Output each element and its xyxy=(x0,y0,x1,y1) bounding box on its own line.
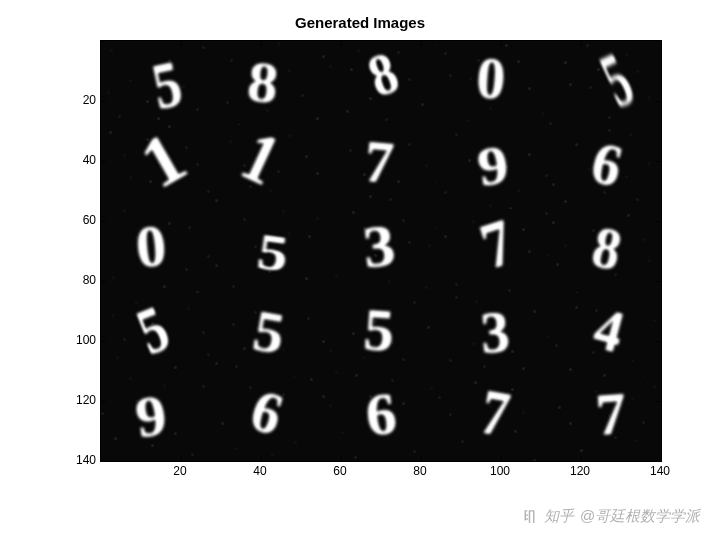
zhihu-icon xyxy=(521,508,538,525)
digit-glyph: 1 xyxy=(232,125,290,197)
digit-cell: 9 xyxy=(437,125,549,209)
x-tick-label: 140 xyxy=(650,464,670,478)
image-plot: 5880511796053785553496677 xyxy=(101,41,661,461)
digit-cell: 5 xyxy=(325,293,437,377)
plot-title: Generated Images xyxy=(0,14,720,31)
digit-glyph: 8 xyxy=(588,216,627,280)
y-tick-label: 120 xyxy=(56,393,96,407)
digit-cell: 1 xyxy=(213,125,325,209)
digit-grid: 5880511796053785553496677 xyxy=(101,41,661,461)
x-tick-label: 40 xyxy=(253,464,266,478)
digit-cell: 7 xyxy=(437,209,549,293)
watermark: 知乎 @哥廷根数学学派 xyxy=(521,507,700,526)
x-tick-label: 80 xyxy=(413,464,426,478)
digit-cell: 0 xyxy=(437,41,549,125)
digit-glyph: 7 xyxy=(594,383,628,445)
digit-glyph: 3 xyxy=(360,215,398,278)
digit-cell: 5 xyxy=(213,293,325,377)
y-tick-label: 140 xyxy=(56,453,96,467)
digit-cell: 8 xyxy=(325,41,437,125)
digit-cell: 7 xyxy=(437,377,549,461)
digit-cell: 5 xyxy=(213,209,325,293)
y-tick-label: 40 xyxy=(56,153,96,167)
digit-cell: 9 xyxy=(101,377,213,461)
digit-glyph: 6 xyxy=(244,379,290,445)
digit-glyph: 4 xyxy=(588,298,630,363)
digit-glyph: 0 xyxy=(475,47,508,109)
digit-cell: 6 xyxy=(549,125,661,209)
digit-cell: 5 xyxy=(101,293,213,377)
figure: Generated Images 58805117960537855534966… xyxy=(0,0,720,540)
x-tick-label: 20 xyxy=(173,464,186,478)
digit-cell: 7 xyxy=(549,377,661,461)
digit-cell: 6 xyxy=(325,377,437,461)
digit-glyph: 0 xyxy=(133,215,168,277)
y-tick-label: 100 xyxy=(56,333,96,347)
x-tick-label: 60 xyxy=(333,464,346,478)
watermark-text: @哥廷根数学学派 xyxy=(580,507,700,526)
digit-glyph: 8 xyxy=(361,41,405,106)
digit-glyph: 8 xyxy=(245,52,281,112)
digit-cell: 8 xyxy=(549,209,661,293)
digit-glyph: 1 xyxy=(129,125,196,200)
digit-cell: 8 xyxy=(213,41,325,125)
x-tick-label: 120 xyxy=(570,464,590,478)
digit-cell: 0 xyxy=(101,209,213,293)
digit-cell: 3 xyxy=(437,293,549,377)
y-tick-label: 60 xyxy=(56,213,96,227)
digit-cell: 4 xyxy=(549,293,661,377)
x-tick-label: 100 xyxy=(490,464,510,478)
digit-glyph: 5 xyxy=(249,301,288,362)
y-tick-label: 20 xyxy=(56,93,96,107)
digit-cell: 3 xyxy=(325,209,437,293)
digit-glyph: 5 xyxy=(129,295,177,366)
digit-glyph: 6 xyxy=(586,131,628,196)
digit-glyph: 7 xyxy=(362,131,396,193)
digit-glyph: 7 xyxy=(473,209,521,280)
y-tick-label: 80 xyxy=(56,273,96,287)
digit-glyph: 6 xyxy=(363,383,399,446)
watermark-prefix: 知乎 xyxy=(544,507,574,526)
digit-cell: 5 xyxy=(101,41,213,125)
digit-cell: 6 xyxy=(213,377,325,461)
digit-cell: 5 xyxy=(549,41,661,125)
axes: 5880511796053785553496677 xyxy=(100,40,662,462)
digit-glyph: 9 xyxy=(474,137,511,195)
digit-glyph: 5 xyxy=(147,50,187,120)
digit-glyph: 3 xyxy=(479,301,512,363)
digit-glyph: 5 xyxy=(591,41,643,120)
digit-cell: 7 xyxy=(325,125,437,209)
digit-glyph: 7 xyxy=(476,381,514,448)
digit-cell: 1 xyxy=(101,125,213,209)
digit-glyph: 5 xyxy=(255,225,292,280)
digit-glyph: 5 xyxy=(362,299,396,361)
digit-glyph: 9 xyxy=(132,386,170,447)
